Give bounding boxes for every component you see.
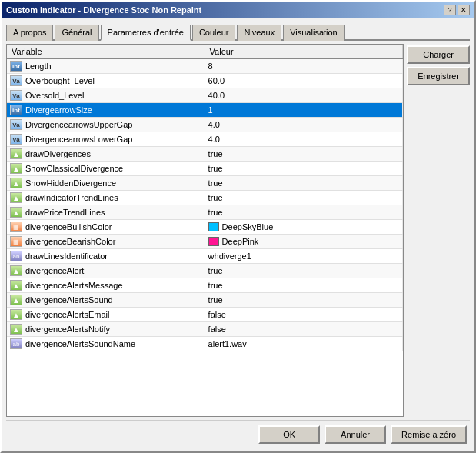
variable-value: true [208,295,223,305]
value-cell: 1 [205,103,404,117]
ok-button[interactable]: OK [258,425,320,444]
charger-button[interactable]: Charger [407,45,470,64]
value-cell: true [205,176,404,190]
table-row[interactable]: Va DivergencearrowsUpperGap 4.0 [7,118,403,132]
variable-value: false [208,325,226,334]
table-row[interactable]: ▦ divergenceBullishColor DeepSkyBlue [7,220,403,235]
value-cell: true [205,162,404,175]
variable-name: drawIndicatorTrendLines [25,193,118,202]
variable-cell: ab drawLinesIdentificator [7,249,205,263]
tab-apropos[interactable]: A propos [6,25,53,41]
table-row[interactable]: ▲ drawIndicatorTrendLines true [7,191,403,205]
variable-name: ShowClassicalDivergence [25,164,123,173]
table-row[interactable]: Va DivergencearrowsLowerGap 4.0 [7,132,403,147]
table-row[interactable]: ▲ drawDivergences true [7,147,403,162]
variable-cell: ▲ divergenceAlertsEmail [7,308,205,321]
table-row[interactable]: ▦ divergenceBearishColor DeepPink [7,235,403,249]
variable-cell: ▲ ShowHiddenDivergence [7,176,205,190]
table-row[interactable]: ▲ divergenceAlertsEmail false [7,308,403,322]
variable-value: DeepPink [222,237,259,246]
value-cell: false [205,308,404,321]
type-icon-val: Va [10,75,22,86]
value-cell: DeepSkyBlue [205,220,404,234]
value-cell: true [205,191,404,205]
tab-parametres[interactable]: Parametres d'entrée [101,25,191,41]
variable-value: true [208,149,223,158]
tab-niveaux[interactable]: Niveaux [237,25,281,41]
variable-value: DeepSkyBlue [222,222,274,231]
variable-value: 60.0 [208,76,225,85]
variable-name: ShowHiddenDivergence [25,178,116,188]
type-icon-bool: ▲ [10,192,22,203]
table-row[interactable]: int Length 8 [7,59,403,74]
tab-bar: A propos Général Parametres d'entrée Cou… [6,23,470,41]
type-icon-val: Va [10,119,22,130]
tab-visualisation[interactable]: Visualisation [283,25,345,41]
variable-value: true [208,208,223,217]
variable-cell: ▲ divergenceAlertsNotify [7,322,205,336]
variable-value: 4.0 [208,120,220,129]
table-row[interactable]: ▲ divergenceAlertsMessage true [7,278,403,293]
variable-cell: Va DivergencearrowsLowerGap [7,132,205,146]
header-value: Valeur [205,45,404,58]
variable-cell: int DivergearrowSize [7,103,205,117]
type-icon-color: ▦ [10,236,22,247]
value-cell: true [205,264,404,278]
variable-cell: ▲ divergenceAlert [7,264,205,278]
variable-value: true [208,193,223,202]
main-window: Custom Indicator - Divergence Stoc Non R… [0,0,476,453]
variable-name: divergenceAlertsMessage [25,281,123,290]
variable-value: true [208,178,223,188]
table-row[interactable]: Va Overbought_Level 60.0 [7,74,403,88]
variable-value: 4.0 [208,135,220,144]
variable-name: Oversold_Level [25,91,84,100]
type-icon-int: int [10,61,22,72]
table-row[interactable]: ▲ ShowClassicalDivergence true [7,162,403,176]
variable-cell: ▲ drawPriceTrendLines [7,205,205,219]
table-row[interactable]: ▲ divergenceAlertsSound true [7,293,403,308]
value-cell: true [205,205,404,219]
remise-button[interactable]: Remise a zéro [391,425,467,444]
value-cell: true [205,147,404,161]
type-icon-int: int [10,105,22,115]
type-icon-bool: ▲ [10,163,22,174]
variable-cell: ▲ divergenceAlertsSound [7,293,205,307]
variable-value: 40.0 [208,91,225,100]
table-row[interactable]: ab divergenceAlertsSoundName alert1.wav [7,337,403,351]
value-cell: 40.0 [205,88,404,102]
type-icon-bool: ▲ [10,148,22,159]
variable-name: Overbought_Level [25,76,95,85]
variable-cell: ▦ divergenceBearishColor [7,235,205,248]
variable-cell: int Length [7,59,205,73]
table-row[interactable]: ▲ ShowHiddenDivergence true [7,176,403,191]
variable-name: divergenceAlertsNotify [25,325,110,334]
variable-name: drawDivergences [25,149,91,158]
bottom-bar: OK Annuler Remise a zéro [6,420,470,447]
enregistrer-button[interactable]: Enregistrer [407,67,470,85]
table-row[interactable]: Va Oversold_Level 40.0 [7,88,403,103]
variable-cell: Va Oversold_Level [7,88,205,102]
value-cell: DeepPink [205,235,404,248]
tab-couleur[interactable]: Couleur [192,25,236,41]
close-button[interactable]: ✕ [458,5,470,15]
variable-cell: Va Overbought_Level [7,74,205,88]
table-row-selected[interactable]: int DivergearrowSize 1 [7,103,403,118]
help-button[interactable]: ? [444,5,456,15]
variable-cell: ab divergenceAlertsSoundName [7,337,205,351]
variable-value: true [208,164,223,173]
table-row[interactable]: ▲ divergenceAlertsNotify false [7,322,403,337]
annuler-button[interactable]: Annuler [325,425,386,444]
variable-name: drawPriceTrendLines [25,208,105,217]
variable-cell: Va DivergencearrowsUpperGap [7,118,205,132]
tab-general[interactable]: Général [55,25,98,41]
table-row[interactable]: ab drawLinesIdentificator whdiverge1 [7,249,403,264]
variable-name: divergenceAlertsEmail [25,310,109,319]
variable-value: whdiverge1 [208,251,251,261]
table-row[interactable]: ▲ drawPriceTrendLines true [7,205,403,220]
type-icon-bool: ▲ [10,265,22,276]
variable-value: true [208,266,223,275]
table-row[interactable]: ▲ divergenceAlert true [7,264,403,278]
window-title: Custom Indicator - Divergence Stoc Non R… [6,5,201,15]
variable-name: divergenceAlert [25,266,84,275]
type-icon-val: Va [10,90,22,101]
